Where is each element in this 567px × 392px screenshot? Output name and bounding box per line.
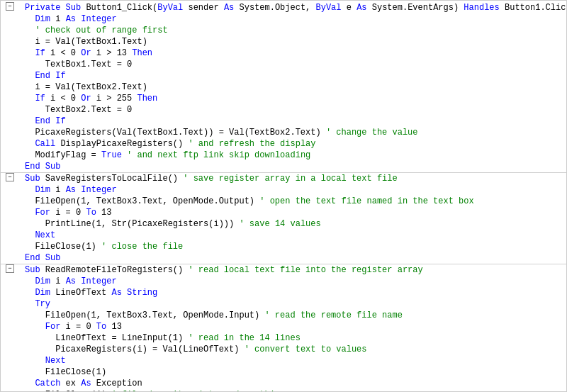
line-content: For i = 0 To 13 bbox=[22, 321, 566, 332]
code-line: FileClose(1) bbox=[1, 366, 566, 378]
code-token: Button1_Click( bbox=[81, 3, 157, 13]
keyword-token: Next bbox=[35, 230, 55, 240]
keyword-token: If bbox=[35, 94, 45, 103]
keyword-token: Integer bbox=[81, 185, 116, 195]
line-content: LineOfText = LineInput(1) ' read in the … bbox=[22, 332, 566, 344]
code-line: End Sub bbox=[1, 252, 566, 264]
keyword-token: As bbox=[81, 379, 91, 388]
collapse-button[interactable]: − bbox=[6, 173, 14, 181]
line-content: i = Val(TextBox2.Text) bbox=[22, 82, 566, 93]
code-line: End If bbox=[1, 70, 566, 82]
comment-token: ' save register array in a local text fi… bbox=[183, 174, 397, 184]
code-token: i = 0 bbox=[50, 208, 86, 218]
line-content: Private Sub Button1_Click(ByVal sender A… bbox=[22, 2, 567, 13]
code-token: i bbox=[50, 185, 66, 195]
code-line: FileOpen(1, TextBox3.Text, OpenMode.Inpu… bbox=[1, 310, 566, 321]
line-content: Dim i As Integer bbox=[22, 13, 566, 25]
line-content: End If bbox=[22, 70, 566, 82]
comment-token: ' read in the 14 lines bbox=[188, 333, 300, 343]
code-token: i > 13 bbox=[91, 48, 133, 58]
line-content: Try bbox=[22, 298, 566, 310]
code-token: Button1.Click bbox=[500, 3, 567, 13]
keyword-token: For bbox=[45, 322, 61, 332]
keyword-token: Sub bbox=[25, 174, 40, 184]
line-content: PrintLine(1, Str(PicaxeRegisters(i))) ' … bbox=[22, 218, 566, 230]
line-content: Dim LineOfText As String bbox=[22, 287, 566, 298]
line-content: FileClose(1) ' close the file bbox=[22, 241, 566, 252]
keyword-token: Integer bbox=[81, 276, 116, 286]
code-line: TextBox1.Text = 0 bbox=[1, 59, 566, 70]
code-token: System.Object, bbox=[234, 3, 315, 13]
code-line: FileClose(1) ' file doesn't exist so do … bbox=[1, 389, 566, 392]
keyword-token: End Sub bbox=[25, 253, 60, 263]
line-gutter: − bbox=[1, 173, 22, 181]
keyword-token: Or bbox=[81, 48, 91, 58]
code-line: PicaxeRegisters(i) = Val(LineOfText) ' c… bbox=[1, 344, 566, 355]
keyword-token: Dim bbox=[35, 185, 50, 195]
code-line: If i < 0 Or i > 255 Then bbox=[1, 93, 566, 104]
code-line: FileClose(1) ' close the file bbox=[1, 241, 566, 252]
line-content: Next bbox=[22, 355, 566, 366]
collapse-button[interactable]: − bbox=[6, 264, 14, 273]
keyword-token: Dim bbox=[35, 14, 50, 24]
code-token: i < 0 bbox=[45, 48, 81, 58]
code-token: ModifyFlag = bbox=[35, 150, 101, 160]
keyword-token: End If bbox=[35, 71, 65, 81]
code-token: 13 bbox=[96, 208, 112, 218]
keyword-token: ByVal bbox=[157, 3, 183, 13]
line-content: TextBox1.Text = 0 bbox=[22, 59, 566, 70]
comment-token: ' read the remote file name bbox=[264, 310, 402, 320]
keyword-token: As bbox=[357, 3, 366, 13]
code-line: End If bbox=[1, 116, 566, 127]
line-content: i = Val(TextBox1.Text) bbox=[22, 36, 566, 47]
code-line: Dim LineOfText As String bbox=[1, 287, 566, 298]
code-line: Dim i As Integer bbox=[1, 184, 566, 196]
line-gutter: − bbox=[1, 264, 22, 273]
keyword-token: End If bbox=[35, 116, 65, 126]
line-content: PicaxeRegisters(Val(TextBox1.Text)) = Va… bbox=[22, 127, 566, 138]
line-content: PicaxeRegisters(i) = Val(LineOfText) ' c… bbox=[22, 344, 566, 355]
keyword-token: As bbox=[66, 185, 76, 195]
code-editor: −Private Sub Button1_Click(ByVal sender … bbox=[0, 0, 567, 392]
collapse-button[interactable]: − bbox=[6, 2, 14, 11]
code-token: PrintLine(1, Str(PicaxeRegisters(i))) bbox=[45, 219, 240, 229]
code-token: i = 0 bbox=[60, 322, 96, 332]
code-token: i > 255 bbox=[91, 94, 137, 103]
code-line: ModifyFlag = True ' and next ftp link sk… bbox=[1, 150, 566, 161]
code-line: Next bbox=[1, 230, 566, 241]
code-token: i bbox=[50, 14, 66, 24]
keyword-token: As bbox=[66, 14, 76, 24]
code-token: sender bbox=[183, 3, 224, 13]
comment-token: ' and refresh the display bbox=[188, 139, 315, 149]
code-line: −Sub SaveRegistersToLocalFile() ' save r… bbox=[1, 173, 566, 184]
comment-token: ' read local text file into the register… bbox=[188, 265, 422, 275]
keyword-token: As bbox=[224, 3, 234, 13]
line-gutter: − bbox=[1, 2, 22, 11]
code-token: i = Val(TextBox1.Text) bbox=[35, 37, 147, 47]
code-line: PrintLine(1, Str(PicaxeRegisters(i))) ' … bbox=[1, 218, 566, 230]
code-line: Try bbox=[1, 298, 566, 310]
code-line: FileOpen(1, TextBox3.Text, OpenMode.Outp… bbox=[1, 196, 566, 207]
line-content: End Sub bbox=[22, 252, 566, 264]
code-line: Catch ex As Exception bbox=[1, 378, 566, 389]
code-line: End Sub bbox=[1, 161, 566, 173]
line-content: FileOpen(1, TextBox3.Text, OpenMode.Inpu… bbox=[22, 310, 566, 321]
keyword-token: Or bbox=[81, 94, 91, 103]
comment-token: ' open the text file named in the text b… bbox=[259, 196, 473, 206]
code-line: ' check out of range first bbox=[1, 25, 566, 36]
code-token: ex bbox=[60, 379, 81, 388]
keyword-token: Dim bbox=[35, 288, 50, 298]
keyword-token: String bbox=[127, 288, 157, 298]
comment-token: ' and next ftp link skip downloading bbox=[127, 150, 310, 160]
line-content: Sub SaveRegistersToLocalFile() ' save re… bbox=[22, 173, 566, 184]
comment-token: ' change the value bbox=[326, 128, 418, 138]
code-line: PicaxeRegisters(Val(TextBox1.Text)) = Va… bbox=[1, 127, 566, 138]
keyword-token: Call bbox=[35, 139, 55, 149]
code-token: Exception bbox=[91, 379, 142, 388]
line-content: For i = 0 To 13 bbox=[22, 207, 566, 218]
code-line: −Private Sub Button1_Click(ByVal sender … bbox=[1, 2, 566, 13]
code-line: LineOfText = LineInput(1) ' read in the … bbox=[1, 332, 566, 344]
line-content: Catch ex As Exception bbox=[22, 378, 566, 389]
code-line: −Sub ReadRemoteFileToRegisters() ' read … bbox=[1, 264, 566, 276]
comment-token: ' check out of range first bbox=[35, 26, 167, 35]
